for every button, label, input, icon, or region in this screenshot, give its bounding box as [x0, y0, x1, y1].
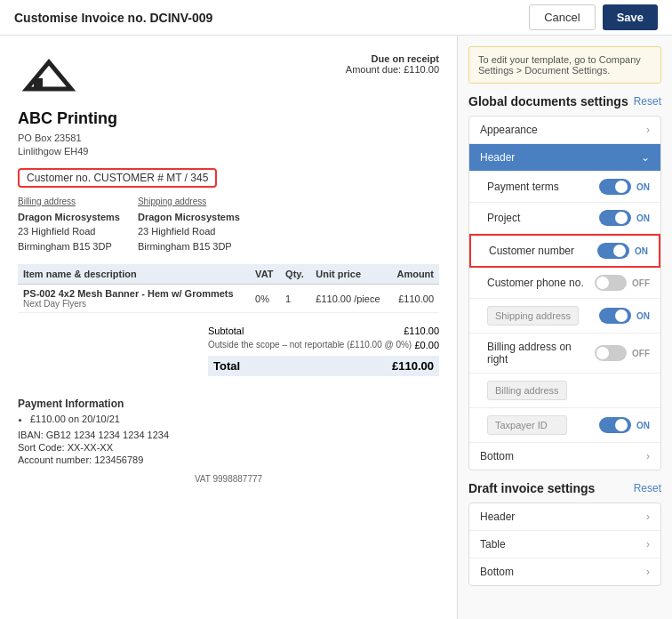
row-qty: 1: [280, 285, 310, 313]
project-item[interactable]: Project ON: [469, 203, 660, 234]
payment-info-title: Payment Information: [18, 398, 439, 410]
outside-scope-row: Outside the scope – not reportable (£110…: [208, 338, 439, 352]
payment-terms-label: Payment terms: [487, 181, 599, 193]
customer-phone-toggle-label: OFF: [632, 278, 650, 288]
taxpayer-id-toggle[interactable]: [599, 417, 631, 433]
billing-address-item[interactable]: Billing address: [469, 374, 660, 408]
customer-number-toggle-label: ON: [635, 246, 648, 256]
svg-marker-0: [27, 62, 71, 89]
draft-reset-link[interactable]: Reset: [634, 482, 661, 494]
topbar-actions: Cancel Save: [529, 4, 658, 30]
draft-section-header: Draft invoice settings Reset: [468, 481, 661, 495]
billing-street: 23 Highfield Road: [18, 224, 120, 239]
address-line2: Linlithgow EH49: [18, 145, 439, 158]
table-row: PS-002 4x2 Mesh Banner - Hem w/ Grommets…: [18, 285, 439, 313]
billing-address-right-toggle[interactable]: [595, 345, 627, 361]
taxpayer-id-placeholder: Taxpayer ID: [487, 415, 567, 435]
project-toggle-wrap: ON: [599, 210, 650, 226]
vat-number: VAT 9998887777: [18, 474, 439, 484]
draft-table-label: Table: [480, 538, 646, 551]
subtotal-value: £110.00: [404, 326, 439, 336]
company-name: ABC Printing: [18, 109, 439, 128]
project-toggle[interactable]: [599, 210, 631, 226]
address-row: Billing address Dragon Microsystems 23 H…: [18, 195, 439, 254]
customer-number-label: Customer number: [489, 245, 597, 257]
bottom-item[interactable]: Bottom ›: [469, 443, 660, 470]
row-amount: £110.00: [389, 285, 439, 313]
shipping-address-placeholder: Shipping address: [487, 306, 579, 326]
shipping-address-label: Shipping address: [138, 195, 240, 208]
shipping-address-toggle-label: ON: [636, 311, 650, 321]
customer-number-toggle-wrap: ON: [597, 243, 648, 259]
draft-table-chevron-icon: ›: [646, 538, 650, 551]
header-label: Header: [480, 151, 641, 164]
billing-address-label: Billing address: [18, 195, 120, 208]
customer-number-item[interactable]: Customer number ON: [469, 234, 660, 268]
taxpayer-id-placeholder-wrap: Taxpayer ID: [487, 415, 567, 435]
due-label: Due on receipt: [346, 53, 439, 64]
chevron-down-icon: ⌄: [641, 151, 650, 164]
billing-address-right-toggle-label: OFF: [632, 349, 650, 358]
total-row: Total £110.00: [208, 356, 439, 376]
iban: IBAN: GB12 1234 1234 1234 1234: [18, 430, 439, 440]
account-number: Account number: 123456789: [18, 454, 439, 465]
col-qty: Qty.: [280, 264, 310, 285]
taxpayer-id-item[interactable]: Taxpayer ID ON: [469, 408, 660, 443]
draft-table-item[interactable]: Table ›: [469, 531, 660, 559]
billing-city: Birmingham B15 3DP: [18, 239, 120, 254]
bottom-chevron-icon: ›: [646, 450, 650, 462]
address-line1: PO Box 23581: [18, 132, 439, 145]
save-button[interactable]: Save: [603, 4, 658, 30]
amount-due-value: £110.00: [404, 64, 439, 75]
main-layout: Due on receipt Amount due: £110.00 ABC P…: [0, 36, 672, 619]
customer-number-toggle[interactable]: [597, 243, 629, 259]
appearance-label: Appearance: [480, 124, 646, 136]
draft-header-item[interactable]: Header ›: [469, 503, 660, 531]
appearance-item[interactable]: Appearance ›: [469, 117, 660, 144]
billing-address-placeholder-wrap: Billing address: [487, 381, 567, 400]
taxpayer-id-toggle-wrap: ON: [599, 417, 650, 433]
company-address: PO Box 23581 Linlithgow EH49: [18, 132, 439, 159]
global-reset-link[interactable]: Reset: [634, 95, 661, 108]
project-label: Project: [487, 212, 599, 224]
page-title: Customise Invoice no. DCINV-009: [14, 11, 212, 25]
topbar: Customise Invoice no. DCINV-009 Cancel S…: [0, 0, 672, 36]
settings-panel: To edit your template, go to Company Set…: [458, 36, 672, 619]
row-item-name: PS-002 4x2 Mesh Banner - Hem w/ Grommets…: [18, 285, 250, 313]
company-logo: [18, 53, 80, 100]
subtotal-row: Subtotal £110.00: [208, 324, 439, 338]
customer-phone-toggle[interactable]: [595, 275, 627, 291]
due-info: Due on receipt Amount due: £110.00: [346, 53, 439, 75]
billing-company: Dragon Microsystems: [18, 210, 120, 225]
row-vat: 0%: [250, 285, 280, 313]
draft-header-chevron-icon: ›: [646, 510, 650, 523]
payment-terms-toggle-label: ON: [636, 182, 650, 192]
payment-terms-item[interactable]: Payment terms ON: [469, 172, 660, 203]
col-unit: Unit price: [310, 264, 388, 285]
billing-address-right-item[interactable]: Billing address on right OFF: [469, 334, 660, 374]
row-unit: £110.00 /piece: [310, 285, 388, 313]
header-item[interactable]: Header ⌄: [469, 144, 660, 172]
shipping-address-toggle[interactable]: [599, 308, 631, 324]
invoice-header-row: Due on receipt Amount due: £110.00: [18, 53, 439, 100]
info-text: To edit your template, go to Company Set…: [478, 54, 641, 76]
shipping-address-placeholder-wrap: Shipping address: [487, 306, 579, 326]
info-box: To edit your template, go to Company Set…: [468, 46, 661, 84]
outside-scope-value: £0.00: [414, 340, 439, 350]
amount-due: Amount due: £110.00: [346, 64, 439, 75]
outside-scope-label: Outside the scope – not reportable (£110…: [208, 340, 412, 350]
shipping-street: 23 Highfield Road: [138, 224, 240, 239]
shipping-address-item[interactable]: Shipping address ON: [469, 299, 660, 334]
shipping-address-toggle-wrap: ON: [599, 308, 650, 324]
col-amount: Amount: [389, 264, 439, 285]
taxpayer-id-toggle-label: ON: [636, 421, 650, 430]
total-label: Total: [213, 359, 240, 373]
invoice-preview: Due on receipt Amount due: £110.00 ABC P…: [0, 36, 458, 619]
payment-terms-toggle[interactable]: [599, 179, 631, 195]
draft-bottom-item[interactable]: Bottom ›: [469, 559, 660, 585]
cancel-button[interactable]: Cancel: [529, 4, 595, 30]
draft-bottom-label: Bottom: [480, 566, 646, 578]
draft-settings-group: Header › Table › Bottom ›: [468, 502, 661, 586]
shipping-city: Birmingham B15 3DP: [138, 239, 240, 254]
customer-phone-item[interactable]: Customer phone no. OFF: [469, 268, 660, 299]
